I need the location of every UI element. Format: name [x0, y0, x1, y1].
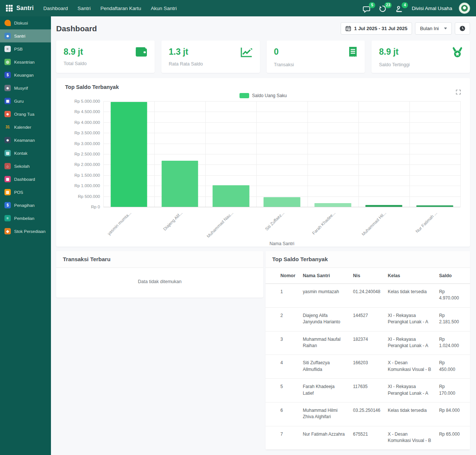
- sidebar-item-label: Keamanan: [14, 138, 35, 142]
- stat-card-saldo-tertinggi: 8.9 jtSaldo Tertinggi: [372, 41, 470, 73]
- nav-item-santri[interactable]: Santri: [78, 6, 91, 11]
- gridline-v: [358, 101, 359, 207]
- gridline-v: [154, 101, 155, 207]
- user-avatar[interactable]: [459, 3, 470, 14]
- chart-legend[interactable]: Saldo Uang Saku: [56, 93, 470, 98]
- table-cell: 7: [266, 426, 299, 450]
- sidebar-item-guru[interactable]: ▣Guru: [0, 94, 51, 108]
- chevron-down-icon: [444, 28, 447, 29]
- table-cell: 2: [266, 307, 299, 331]
- bar-yasmin-mumta-[interactable]: [110, 102, 147, 207]
- table-cell: 182374: [349, 331, 384, 355]
- x-tick-label: yasmin mumta...: [107, 211, 132, 236]
- sidebar-item-label: Stok Persediaan: [14, 229, 45, 234]
- stat-card-total-saldo: 8.9 jtTotal Saldo: [56, 41, 155, 73]
- sidebar-item-pembelian[interactable]: ≡Pembelian: [0, 212, 51, 225]
- table-cell: 675521: [349, 426, 384, 450]
- sidebar-item-stok-persediaan[interactable]: ◆Stok Persediaan: [0, 225, 51, 238]
- gridline-v: [409, 101, 410, 207]
- student-icon: ☻: [4, 33, 11, 39]
- sidebar-item-pos[interactable]: ▥POS: [0, 186, 51, 199]
- sidebar-item-psb[interactable]: ≡PSB: [0, 42, 51, 55]
- sidebar-item-label: Diskusi: [14, 21, 28, 25]
- table-row: 4Siti Zuffaezya Allmuflida166203X - Desa…: [266, 355, 470, 379]
- gridline-h: [103, 144, 460, 144]
- messages-button[interactable]: 5: [363, 4, 372, 13]
- x-tick-label: Farah Khadee...: [311, 211, 336, 235]
- table-cell: 144527: [349, 307, 384, 331]
- gridline-h: [103, 112, 460, 112]
- column-header-nis: Nis: [349, 268, 384, 284]
- legend-label: Saldo Uang Saku: [252, 93, 287, 98]
- sidebar-item-label: Dashboard: [14, 177, 35, 182]
- gridline-h: [103, 196, 460, 197]
- gridline-h: [103, 133, 460, 133]
- stock-icon: ◆: [4, 228, 11, 234]
- y-tick-label: Rp 3.000.000: [74, 141, 100, 146]
- sidebar-item-penagihan[interactable]: $Penagihan: [0, 199, 51, 212]
- bar-nur-fatimah-[interactable]: [416, 205, 453, 207]
- column-header-saldo: Saldo: [435, 268, 470, 284]
- finance-icon: $: [4, 72, 11, 78]
- sidebar-item-kontak[interactable]: ▤Kontak: [0, 147, 51, 160]
- chat-icon: [4, 20, 11, 26]
- sidebar: Diskusi☻Santri≡PSB◎Kesantrian$Keuangan☻M…: [0, 16, 51, 455]
- bar-diajeng-alif-[interactable]: [161, 161, 198, 207]
- x-tick-label: Muhammad Hil...: [361, 211, 387, 237]
- top-saldo-table-header: Top Saldo Terbanyak: [266, 251, 470, 268]
- table-cell: Kelas tidak tersedia: [384, 284, 435, 308]
- table-cell: Rp 4.970.000: [435, 284, 470, 308]
- bar-muhammad-hil-[interactable]: [366, 205, 402, 207]
- table-cell: Rp 170.000: [435, 379, 470, 403]
- sidebar-item-label: Keuangan: [14, 73, 33, 77]
- bar-muhammad-nau-[interactable]: [212, 185, 249, 207]
- gridline-h: [103, 186, 460, 186]
- y-tick-label: Rp 0: [91, 205, 100, 209]
- sidebar-item-label: PSB: [14, 47, 23, 51]
- sidebar-item-label: Sekolah: [14, 164, 30, 169]
- chart-title: Top Saldo Terbanyak: [65, 84, 461, 90]
- table-cell: Muhammad Naufal Raihan: [299, 331, 349, 355]
- table-cell: Farah Khadeeja Latief: [299, 379, 349, 403]
- sidebar-item-kalender[interactable]: 31Kalender: [0, 121, 51, 134]
- sidebar-item-label: POS: [14, 190, 23, 195]
- sidebar-item-sekolah[interactable]: ⌂Sekolah: [0, 160, 51, 173]
- date-range-button[interactable]: 1 Jul 2025 - 31 Jul 2025: [341, 22, 412, 35]
- requests-button[interactable]: 4: [395, 4, 405, 13]
- top-saldo-table: NomorNama SantriNisKelasSaldo 1yasmin mu…: [266, 268, 470, 450]
- table-row: 5Farah Khadeeja Latief117635XI - Rekayas…: [266, 379, 470, 403]
- sidebar-item-dashboard[interactable]: ▦Dashboard: [0, 173, 51, 186]
- period-select[interactable]: Bulan Ini: [415, 22, 452, 35]
- fullscreen-icon[interactable]: [456, 89, 461, 96]
- table-cell: Siti Zuffaezya Allmuflida: [299, 355, 349, 379]
- table-cell: 3: [266, 331, 299, 355]
- stat-label: Rata Rata Saldo: [169, 61, 253, 67]
- nav-item-dashboard[interactable]: Dashboard: [44, 6, 68, 11]
- sidebar-item-kesantrian[interactable]: ◎Kesantrian: [0, 55, 51, 68]
- stat-value: 8.9 jt: [64, 47, 83, 57]
- time-button[interactable]: [455, 22, 470, 35]
- navbar-links: DashboardSantriPendaftaran KartuAkun San…: [44, 6, 177, 11]
- bar-farah-khadee-[interactable]: [315, 203, 351, 207]
- date-range-label: 1 Jul 2025 - 31 Jul 2025: [354, 26, 407, 31]
- app-brand[interactable]: Santri: [6, 5, 34, 12]
- emblem-icon: ◎: [4, 59, 11, 65]
- stat-card-transaksi: 0Transaksi: [267, 41, 365, 73]
- bar-siti-zuffaez-[interactable]: [264, 197, 300, 207]
- sidebar-item-santri[interactable]: ☻Santri: [0, 29, 51, 42]
- sidebar-item-keamanan[interactable]: ☻Keamanan: [0, 134, 51, 147]
- document-icon: ≡: [4, 46, 11, 52]
- sidebar-item-musyrif[interactable]: ☻Musyrif: [0, 81, 51, 94]
- history-button[interactable]: 23: [379, 4, 389, 13]
- teacher-icon: ▣: [4, 98, 11, 104]
- page-title: Dashboard: [56, 24, 97, 33]
- recent-transactions-card: Transaksi Terbaru Data tidak ditemukan: [56, 251, 263, 298]
- sidebar-item-keuangan[interactable]: $Keuangan: [0, 68, 51, 81]
- nav-item-akun-santri[interactable]: Akun Santri: [151, 6, 177, 11]
- nav-item-pendaftaran-kartu[interactable]: Pendaftaran Kartu: [100, 6, 141, 11]
- y-tick-label: Rp 3.500.000: [74, 131, 100, 135]
- messages-badge: 5: [369, 2, 375, 8]
- sidebar-item-diskusi[interactable]: Diskusi: [0, 16, 51, 29]
- x-tick-label: Diajeng Alif...: [162, 211, 183, 231]
- sidebar-item-orang-tua[interactable]: ☻Orang Tua: [0, 108, 51, 121]
